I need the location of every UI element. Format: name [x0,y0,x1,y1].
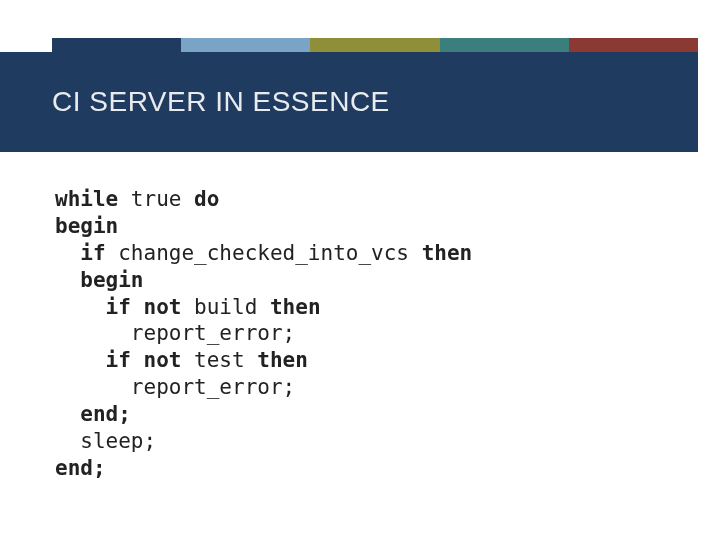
page-title: CI SERVER IN ESSENCE [0,86,390,118]
code-text: change_checked_into_vcs [106,241,422,265]
kw-begin: begin [55,214,118,238]
kw-if-not: if not [55,348,181,372]
accent-strip [52,38,698,52]
code-text: build [181,295,270,319]
accent-seg [440,38,569,52]
kw-then: then [422,241,473,265]
kw-end: end; [55,402,131,426]
kw-if-not: if not [55,295,181,319]
slide: CI SERVER IN ESSENCE while true do begin… [0,0,720,540]
accent-seg [310,38,439,52]
accent-seg [569,38,698,52]
kw-if: if [55,241,106,265]
kw-then: then [257,348,308,372]
accent-seg [181,38,310,52]
kw-do: do [194,187,219,211]
title-bar: CI SERVER IN ESSENCE [0,52,698,152]
kw-begin: begin [55,268,144,292]
kw-end: end; [55,456,106,480]
accent-seg [52,38,181,52]
code-text: test [181,348,257,372]
kw-while: while [55,187,118,211]
code-text: report_error; [55,321,295,345]
code-text: true [118,187,194,211]
kw-then: then [270,295,321,319]
code-block: while true do begin if change_checked_in… [55,186,680,482]
code-text: sleep; [55,429,156,453]
code-text: report_error; [55,375,295,399]
